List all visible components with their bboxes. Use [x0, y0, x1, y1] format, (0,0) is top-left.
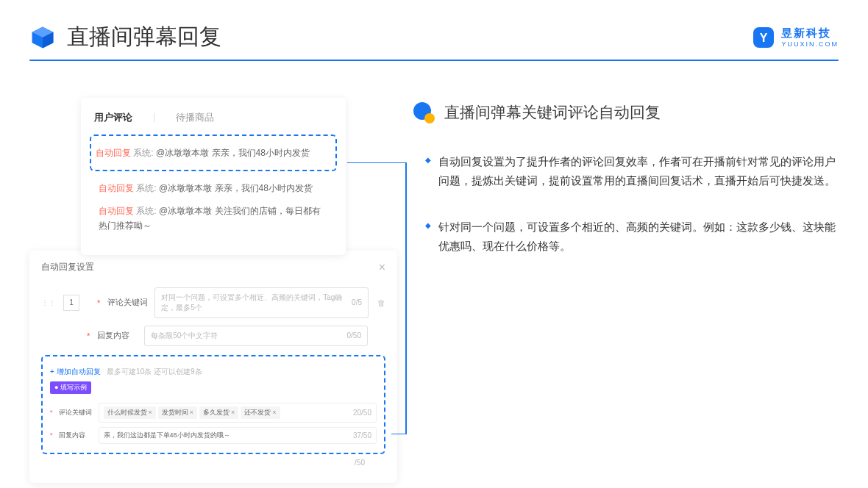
keyword-label: 评论关键词: [107, 297, 149, 308]
comment-line-2: 自动回复 系统: @冰墩墩本墩 亲亲，我们48小时内发货: [94, 177, 332, 199]
tag-chip[interactable]: 什么时候发货: [104, 406, 156, 419]
tag-list: 什么时候发货发货时间多久发货还不发货: [104, 406, 282, 419]
brand-name: 昱新科技: [781, 26, 839, 40]
system-tag: 系统:: [133, 148, 153, 158]
settings-card: 自动回复设置 × ⋮⋮ 1 * 评论关键词 对同一个问题，可设置多个相近、高频的…: [29, 251, 397, 483]
example-box: + 增加自动回复 最多可建10条 还可以创建9条 ● 填写示例 * 评论关键词 …: [41, 355, 385, 454]
drag-handle-icon[interactable]: ⋮⋮: [41, 298, 56, 306]
bullet-list: 自动回复设置为了提升作者的评论回复效率，作者可在开播前针对常见的评论用户问题，提…: [412, 152, 839, 256]
add-hint: 最多可建10条 还可以创建9条: [107, 367, 202, 376]
delete-icon[interactable]: 🗑: [377, 298, 385, 307]
tab-pending-products[interactable]: 待播商品: [176, 111, 214, 124]
content-input[interactable]: 每条限50个中文字符 0/50: [144, 326, 368, 346]
header-left: 直播间弹幕回复: [29, 22, 221, 52]
page-title: 直播间弹幕回复: [67, 22, 221, 52]
screenshot-mockup: 用户评论 | 待播商品 自动回复 系统: @冰墩墩本墩 亲亲，我们48小时内发货…: [29, 98, 383, 483]
tab-separator: |: [153, 111, 155, 124]
keyword-row: ⋮⋮ 1 * 评论关键词 对同一个问题，可设置多个相近、高频的关键词，Tag确定…: [41, 287, 385, 318]
tag-chip[interactable]: 发货时间: [158, 406, 197, 419]
content-label: 回复内容: [97, 330, 138, 341]
tabs: 用户评论 | 待播商品: [94, 111, 332, 124]
svg-text:Y: Y: [760, 32, 768, 44]
bullet-1: 自动回复设置为了提升作者的评论回复效率，作者可在开播前针对常见的评论用户问题，提…: [425, 152, 839, 191]
brand-icon: Y: [752, 26, 775, 49]
page-header: 直播间弹幕回复 Y 昱新科技 YUUXIN.COM: [0, 0, 868, 60]
example-content-input[interactable]: 亲，我们这边都是下单48小时内发货的哦～ 37/50: [99, 427, 377, 444]
comment-line-3: 自动回复 系统: @冰墩墩本墩 关注我们的店铺，每日都有热门推荐呦～: [94, 200, 332, 237]
description-column: 直播间弹幕关键词评论自动回复 自动回复设置为了提升作者的评论回复效率，作者可在开…: [412, 98, 839, 483]
section-title: 直播间弹幕关键词评论自动回复: [444, 102, 661, 123]
svg-point-6: [424, 113, 435, 123]
tab-user-comments[interactable]: 用户评论: [94, 111, 132, 124]
example-badge: ● 填写示例: [50, 381, 91, 394]
brand-logo: Y 昱新科技 YUUXIN.COM: [752, 26, 839, 49]
row-number: 1: [63, 295, 79, 311]
example-keyword-row: * 评论关键词 什么时候发货发货时间多久发货还不发货 20/50: [50, 403, 377, 423]
tag-chip[interactable]: 还不发货: [241, 406, 280, 419]
cube-icon: [29, 24, 56, 51]
settings-title: 自动回复设置: [41, 261, 94, 273]
auto-reply-tag: 自动回复: [96, 148, 131, 158]
comment-text: @冰墩墩本墩 亲亲，我们48小时内发货: [156, 148, 310, 158]
comment-line-1: 自动回复 系统: @冰墩墩本墩 亲亲，我们48小时内发货: [91, 142, 335, 164]
chat-bubble-icon: [412, 101, 435, 124]
comment-card: 用户评论 | 待播商品 自动回复 系统: @冰墩墩本墩 亲亲，我们48小时内发货…: [81, 98, 346, 255]
add-auto-reply-link[interactable]: + 增加自动回复: [50, 367, 101, 376]
bullet-2: 针对同一个问题，可设置多个相近的、高频的关键词。例如：这款多少钱、这块能优惠吗、…: [425, 218, 839, 256]
required-star: *: [97, 298, 100, 307]
tag-chip[interactable]: 多久发货: [199, 406, 238, 419]
outer-counter: /50: [41, 459, 385, 467]
brand-url: YUUXIN.COM: [781, 40, 839, 48]
close-icon[interactable]: ×: [379, 261, 385, 274]
example-keyword-input[interactable]: 什么时候发货发货时间多久发货还不发货 20/50: [99, 403, 377, 423]
keyword-input[interactable]: 对同一个问题，可设置多个相近、高频的关键词，Tag确定，最多5个 0/5: [154, 287, 369, 318]
example-content-row: * 回复内容 亲，我们这边都是下单48小时内发货的哦～ 37/50: [50, 427, 377, 444]
content-row: * 回复内容 每条限50个中文字符 0/50: [41, 326, 385, 346]
highlighted-comment: 自动回复 系统: @冰墩墩本墩 亲亲，我们48小时内发货: [90, 134, 337, 171]
